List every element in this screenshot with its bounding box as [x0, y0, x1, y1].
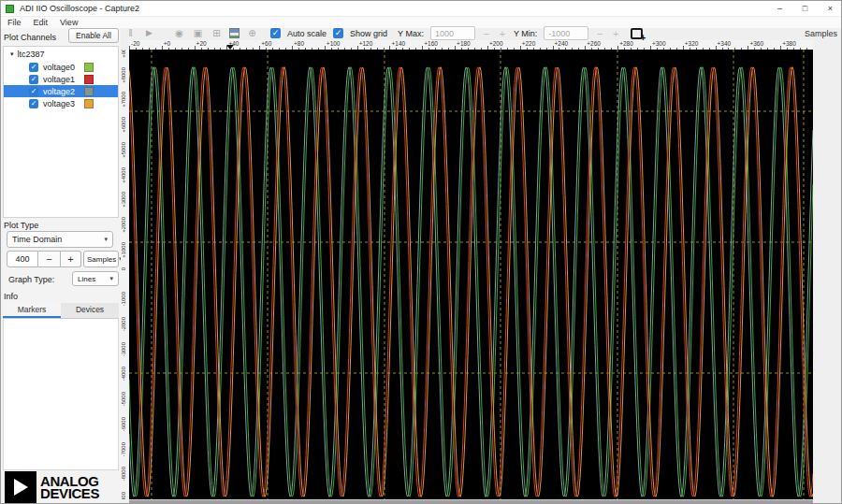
channel-label: voltage2: [43, 87, 75, 96]
capture-toolbar: ‖ ▶ ◉ ▣ ⊞ ⊕ ✓ Auto scale ✓ Show grid Y M…: [124, 26, 817, 40]
sample-count-input[interactable]: [7, 251, 38, 267]
sample-unit-combo[interactable]: Samples ▾: [83, 251, 119, 267]
window-controls: – □ ×: [767, 1, 842, 16]
show-grid-label: Show grid: [350, 29, 387, 38]
zoom-fit-icon[interactable]: ⊞: [210, 27, 223, 39]
channel-tree: ▾ ltc2387 ✓voltage0✓voltage1✓voltage2✓vo…: [3, 46, 119, 218]
auto-scale-checkbox[interactable]: ✓: [270, 28, 281, 38]
graph-type-value: Lines: [78, 275, 95, 283]
y-max-input[interactable]: [430, 26, 475, 40]
info-tabs: Markers Devices: [3, 303, 119, 319]
analog-devices-logo-text: ANALOG DEVICES: [40, 475, 99, 500]
channel-checkbox[interactable]: ✓: [29, 99, 38, 108]
save-snapshot-icon[interactable]: ▣: [192, 27, 204, 39]
enable-all-button[interactable]: Enable All: [68, 28, 119, 43]
menu-view[interactable]: View: [60, 18, 78, 27]
channel-list: ✓voltage0✓voltage1✓voltage2✓voltage3: [4, 61, 118, 109]
channel-label: voltage0: [43, 63, 75, 72]
channel-color-swatch[interactable]: [84, 99, 94, 108]
y-max-increment-button[interactable]: +: [498, 28, 507, 39]
graph-type-combo[interactable]: Lines ▾: [72, 271, 119, 286]
trace-voltage2: [129, 67, 813, 497]
plot-type-combo[interactable]: Time Domain ▾: [7, 231, 113, 248]
channel-color-swatch[interactable]: [84, 75, 94, 84]
analog-devices-logo: ANALOG DEVICES: [5, 471, 99, 503]
move-crosshair-icon[interactable]: ⊕: [246, 27, 258, 39]
channel-row-voltage2[interactable]: ✓voltage2: [4, 85, 118, 97]
device-tree-row[interactable]: ▾ ltc2387: [4, 47, 118, 61]
tab-devices[interactable]: Devices: [61, 303, 119, 318]
left-panel: Plot Channels Enable All ▾ ltc2387 ✓volt…: [1, 28, 121, 504]
channel-row-voltage1[interactable]: ✓voltage1: [4, 73, 118, 85]
y-min-increment-button[interactable]: +: [611, 28, 620, 39]
show-grid-checkbox[interactable]: ✓: [333, 28, 343, 38]
plot-type-value: Time Domain: [12, 235, 62, 244]
app-window: ADI IIO Oscilloscope - Capture2 – □ × Fi…: [0, 0, 842, 504]
channel-label: voltage3: [43, 99, 75, 108]
minimize-button[interactable]: –: [767, 1, 792, 16]
channel-checkbox[interactable]: ✓: [29, 87, 38, 96]
y-max-decrement-button[interactable]: −: [482, 28, 491, 39]
y-max-label: Y Max:: [398, 29, 424, 38]
channel-color-swatch[interactable]: [84, 87, 94, 96]
y-axis-ruler: +9000+8000+7000+6000+5000+4000+3000+2000…: [121, 50, 129, 499]
x-axis-unit-label: Samples: [805, 29, 837, 38]
oscilloscope-plot[interactable]: [129, 50, 813, 499]
auto-scale-label: Auto scale: [287, 29, 327, 38]
channel-row-voltage0[interactable]: ✓voltage0: [4, 61, 118, 73]
sample-count-increment-button[interactable]: +: [61, 251, 81, 267]
sample-count-decrement-button[interactable]: −: [38, 251, 61, 267]
plot-channels-label: Plot Channels: [4, 33, 56, 42]
channel-checkbox[interactable]: ✓: [29, 75, 38, 84]
channel-label: voltage1: [43, 75, 75, 84]
channel-row-voltage3[interactable]: ✓voltage3: [4, 97, 118, 109]
new-plot-icon[interactable]: +: [631, 28, 643, 39]
graph-type-label: Graph Type:: [8, 275, 54, 284]
device-name: ltc2387: [18, 50, 45, 59]
analog-devices-logo-icon: [5, 471, 36, 503]
tab-markers[interactable]: Markers: [3, 303, 61, 318]
chevron-down-icon: ▾: [109, 275, 113, 282]
sample-unit-value: Samples: [87, 255, 116, 264]
y-min-label: Y Min:: [514, 29, 537, 38]
play-icon[interactable]: ▶: [143, 27, 155, 39]
chevron-down-icon: ▾: [104, 236, 108, 243]
title-bar: ADI IIO Oscilloscope - Capture2 – □ ×: [1, 1, 842, 17]
window-title: ADI IIO Oscilloscope - Capture2: [20, 4, 139, 13]
channel-checkbox[interactable]: ✓: [29, 63, 38, 72]
plot-type-label: Plot Type: [4, 221, 38, 230]
info-label: Info: [4, 292, 18, 301]
channel-color-swatch[interactable]: [84, 63, 94, 72]
x-axis-ruler: -20+0+20+40+60+80+100+120+140+160+180+20…: [129, 40, 813, 50]
app-icon: [6, 5, 14, 13]
pause-icon[interactable]: ‖: [124, 27, 137, 39]
maximize-button[interactable]: □: [792, 1, 818, 16]
plot-settings-icon[interactable]: [229, 28, 240, 38]
close-button[interactable]: ×: [818, 1, 842, 16]
y-min-decrement-button[interactable]: −: [595, 28, 604, 39]
horizontal-scrollbar[interactable]: [129, 499, 813, 504]
y-min-input[interactable]: [544, 26, 588, 40]
info-panel-content: [3, 319, 119, 470]
tree-expander-icon[interactable]: ▾: [10, 50, 14, 58]
menu-edit[interactable]: Edit: [34, 18, 49, 27]
menu-file[interactable]: File: [7, 18, 22, 27]
screenshot-icon[interactable]: ◉: [173, 27, 185, 39]
